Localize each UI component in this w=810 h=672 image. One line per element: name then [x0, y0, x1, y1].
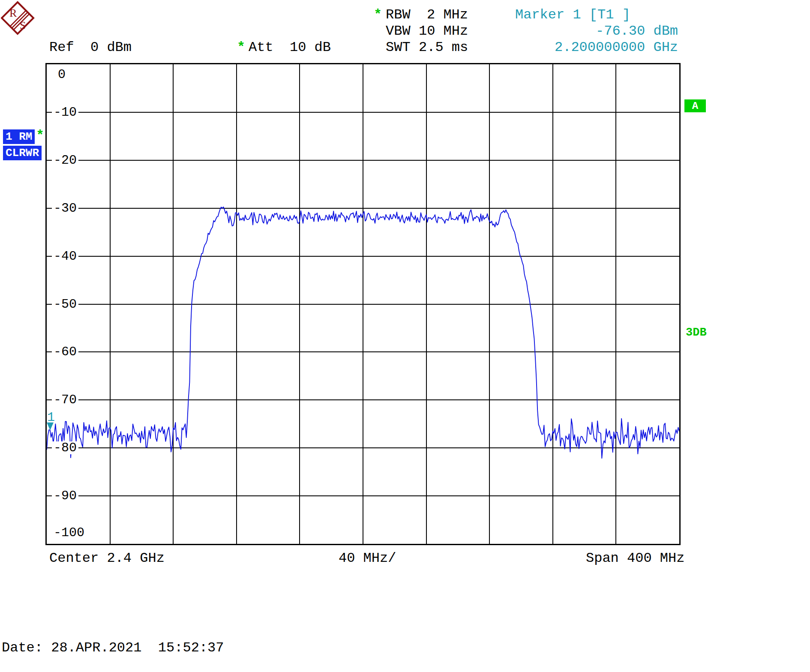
- center-frequency-label: Center 2.4 GHz: [49, 551, 165, 566]
- y-axis-tick-label: -20: [52, 154, 78, 167]
- y-axis-tick-label: -40: [52, 250, 78, 263]
- screen-a-badge: A: [684, 99, 706, 112]
- y-axis-tick-label: -30: [52, 202, 78, 215]
- rbw-label: RBW: [386, 8, 411, 22]
- rohde-schwarz-logo: R S: [1, 1, 35, 35]
- y-axis-tick-label: -100: [52, 526, 86, 539]
- graticule-plot-area: 1 0-10-20-30-40-50-60-70-80-90-100: [45, 63, 681, 545]
- swt-label: SWT: [386, 40, 411, 55]
- attenuation-label: Att: [249, 40, 273, 55]
- date-time-label: Date: 28.APR.2021 15:52:37: [2, 641, 224, 655]
- trace-mode-badge: 1 RM: [3, 129, 35, 144]
- logo-letter-s: S: [20, 19, 26, 32]
- rbw-coupled-star: *: [374, 8, 382, 22]
- y-axis-tick-label: -90: [52, 489, 78, 502]
- ref-level-label: Ref: [49, 40, 74, 55]
- att-coupled-star: *: [237, 40, 245, 55]
- y-axis-tick-label: -10: [52, 106, 78, 119]
- y-axis-tick-label: 0: [56, 68, 67, 81]
- frequency-per-div-label: 40 MHz/: [339, 551, 396, 566]
- ref-level-value: 0 dBm: [90, 40, 132, 55]
- attenuation-value: 10 dB: [290, 40, 331, 55]
- span-label: Span 400 MHz: [586, 551, 684, 566]
- logo-letter-r: R: [9, 7, 17, 19]
- marker-frequency-value: 2.200000000 GHz: [555, 40, 678, 55]
- y-axis-tick-label: -50: [52, 298, 78, 311]
- y-axis-tick-label: -70: [52, 393, 78, 406]
- spectrum-analyzer-screenshot: { "logo": { "letter_top": "R", "letter_b…: [0, 0, 810, 672]
- trace-star: *: [36, 129, 44, 143]
- swt-value: 2.5 ms: [419, 40, 468, 55]
- vbw-value: 10 MHz: [419, 24, 468, 39]
- coupling-3db-label: 3DB: [686, 326, 707, 339]
- vbw-label: VBW: [386, 24, 411, 39]
- marker-level-value: -76.30 dBm: [596, 24, 678, 39]
- y-axis-tick-label: -80: [52, 441, 78, 454]
- grid-and-trace-canvas: 1: [47, 64, 679, 544]
- y-axis-tick-label: -60: [52, 345, 78, 358]
- marker-title: Marker 1 [T1 ]: [515, 8, 630, 22]
- rbw-value: 2 MHz: [427, 8, 468, 22]
- detector-badge: CLRWR: [3, 146, 42, 160]
- marker-1-number: 1: [47, 410, 55, 425]
